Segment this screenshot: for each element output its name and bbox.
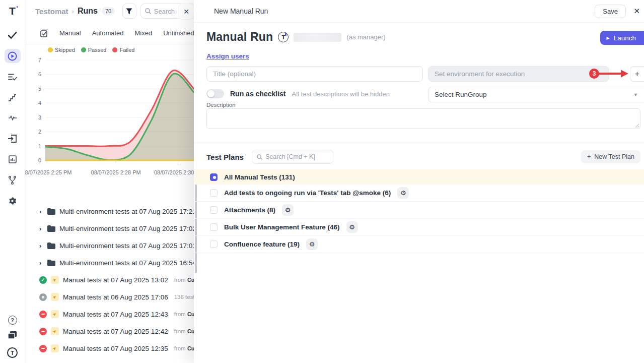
annotation-arrow-icon	[597, 69, 629, 78]
section-divider	[194, 143, 644, 143]
tab-manual[interactable]: Manual	[59, 29, 81, 37]
chevron-right-icon[interactable]: ›	[39, 242, 43, 250]
plan-settings-button[interactable]: ⚙	[346, 221, 358, 233]
select-all-icon[interactable]	[40, 29, 48, 37]
status-passed-icon: ✓	[39, 276, 47, 284]
run-as-checklist-toggle[interactable]	[206, 89, 224, 98]
run-row[interactable]: ➤ Manual tests at 06 Aug 2025 17:06 136 …	[25, 288, 196, 306]
run-meta: from Custom	[174, 277, 196, 283]
tab-automated[interactable]: Automated	[92, 29, 124, 37]
skipped-legend-label: Skipped	[55, 47, 75, 53]
tab-unfinished[interactable]: Unfinished	[163, 29, 194, 37]
checkbox[interactable]	[210, 240, 218, 248]
gear-icon: ⚙	[400, 190, 406, 196]
plus-icon: +	[587, 153, 591, 160]
run-row[interactable]: ➤ Manual tests at 07 Aug 2025 12:43 from…	[25, 306, 196, 323]
checklist-row: Run as checklist All test descriptions w…	[206, 89, 390, 98]
status-failed-icon	[39, 311, 47, 318]
folder-icon	[47, 243, 55, 249]
folder-icon	[47, 225, 55, 232]
run-row[interactable]: ➤ Manual tests at 07 Aug 2025 12:42 from…	[25, 323, 196, 340]
run-meta: from Custom	[174, 328, 196, 334]
checklist-hint: All test descriptions will be hidden	[292, 90, 390, 98]
projects-icon[interactable]	[8, 331, 17, 341]
gear-icon: ⚙	[349, 224, 355, 230]
run-meta: from Custom	[174, 345, 196, 351]
manual-run-icon: ➤	[51, 276, 59, 284]
checkbox[interactable]	[210, 189, 218, 197]
breadcrumb-app[interactable]: Testomat	[35, 7, 68, 16]
analytics-icon[interactable]	[5, 152, 21, 166]
run-folder-row[interactable]: › Multi-environment tests at 07 Aug 2025…	[25, 237, 196, 254]
pulse-icon[interactable]	[5, 111, 21, 125]
test-plan-row[interactable]: Confluence feature (19) ⚙	[194, 236, 644, 253]
title-input[interactable]	[206, 66, 423, 82]
chart-x-axis: 08/07/2025 2:25 PM08/07/2025 2:28 PM08/0…	[45, 169, 194, 177]
runs-chart: 01234567	[25, 57, 196, 165]
checkbox[interactable]	[210, 223, 218, 231]
chevron-right-icon[interactable]: ›	[39, 259, 43, 267]
settings-gear-icon[interactable]	[5, 194, 21, 208]
chevron-right-icon[interactable]: ›	[39, 208, 43, 215]
run-folder-row[interactable]: › Multi-environment tests at 07 Aug 2025…	[25, 203, 196, 220]
search-icon	[145, 8, 151, 14]
rungroup-select[interactable]: Select RunGroup ▼	[428, 87, 644, 102]
gear-icon: ⚙	[285, 207, 291, 213]
close-icon[interactable]: ✕	[633, 7, 640, 16]
app-logo-icon[interactable]: T'	[9, 5, 16, 17]
runs-icon[interactable]	[5, 49, 21, 63]
passed-legend-label: Passed	[88, 47, 107, 53]
description-textarea[interactable]	[206, 108, 640, 129]
plan-settings-button[interactable]: ⚙	[282, 204, 294, 216]
plan-settings-button[interactable]: ⚙	[397, 187, 409, 199]
run-row[interactable]: ✓ ➤ Manual tests at 07 Aug 2025 13:02 fr…	[25, 271, 196, 288]
gear-icon: ⚙	[309, 241, 315, 248]
test-plans-search[interactable]	[252, 150, 333, 164]
status-failed-icon	[39, 345, 47, 352]
funnel-icon	[126, 8, 132, 15]
panel-title: New Manual Run	[214, 7, 268, 15]
plan-settings-button[interactable]: ⚙	[306, 238, 318, 250]
status-failed-icon	[39, 328, 47, 335]
import-icon[interactable]	[5, 132, 21, 146]
help-icon[interactable]: ?	[8, 316, 17, 325]
checkbox[interactable]	[210, 206, 218, 214]
tab-mixed[interactable]: Mixed	[135, 29, 153, 37]
launch-button[interactable]: ▶ Launch	[600, 31, 644, 45]
profile-logo-icon[interactable]: T	[7, 347, 18, 358]
resize-grip-icon[interactable]	[635, 124, 639, 128]
clear-search-button[interactable]: ✕	[179, 4, 194, 19]
steps-icon[interactable]	[5, 90, 21, 104]
run-folder-row[interactable]: › Multi-environment tests at 07 Aug 2025…	[25, 254, 196, 271]
environment-input[interactable]	[428, 66, 609, 82]
branch-icon[interactable]	[5, 173, 21, 187]
chart-legend: Skipped Passed Failed	[48, 47, 134, 53]
search-icon	[257, 154, 262, 160]
test-plans-search-input[interactable]	[265, 153, 321, 160]
manual-run-icon: ➤	[51, 344, 59, 352]
test-plans-header: Test Plans + New Test Plan	[206, 150, 640, 164]
test-list-icon[interactable]	[5, 70, 21, 84]
checkbox-checked[interactable]	[210, 173, 218, 181]
run-folder-row[interactable]: › Multi-environment tests at 07 Aug 2025…	[25, 220, 196, 237]
test-plan-row[interactable]: Bulk User Management Feature (46) ⚙	[194, 219, 644, 236]
new-test-plan-button[interactable]: + New Test Plan	[581, 150, 640, 163]
passed-legend-dot	[81, 47, 86, 52]
add-environment-button[interactable]: +	[630, 66, 644, 82]
step-3-badge: 3	[589, 69, 599, 79]
run-row[interactable]: ➤ Manual tests at 07 Aug 2025 12:35 from…	[25, 340, 196, 357]
play-icon: ▶	[607, 36, 610, 40]
skipped-legend-dot	[48, 47, 53, 52]
breadcrumb-page[interactable]: Runs	[78, 7, 98, 16]
chart-y-axis: 01234567	[25, 57, 41, 165]
save-button[interactable]: Save	[595, 5, 626, 18]
test-plan-row-all-manual[interactable]: All Manual Tests (131)	[194, 169, 644, 185]
page-title: Manual Run	[206, 30, 273, 44]
assign-users-link[interactable]: Assign users	[206, 52, 249, 60]
test-plan-row[interactable]: Attachments (8) ⚙	[194, 202, 644, 219]
tasks-check-icon[interactable]	[5, 28, 21, 42]
folder-icon	[47, 208, 55, 215]
filter-button[interactable]	[122, 4, 136, 19]
chevron-right-icon[interactable]: ›	[39, 225, 43, 232]
test-plan-row[interactable]: Add tests to ongoing run via 'Tests' tab…	[194, 185, 644, 202]
